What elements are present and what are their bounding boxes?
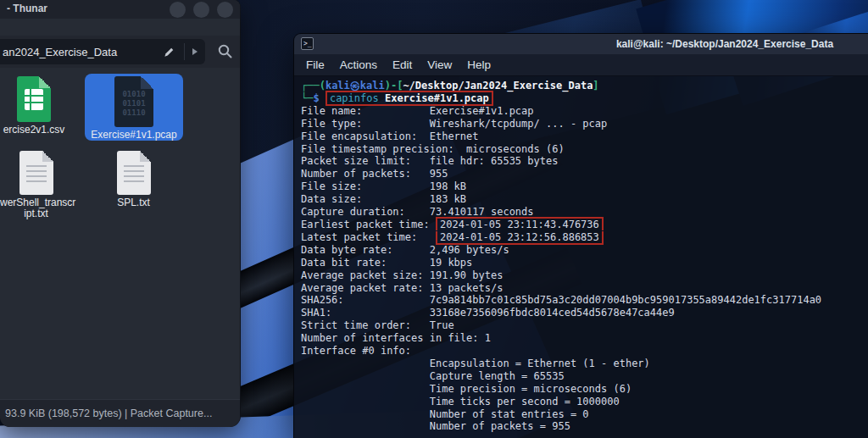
file-item-spl[interactable]: SPL.txt: [97, 151, 170, 208]
annotation-box: 2024-01-05 23:11:43.476736: [436, 217, 604, 230]
page-fold: [39, 76, 51, 88]
statusbar-text: 93.9 KiB (198,572 bytes) | Packet Captur…: [0, 408, 212, 419]
menu-item-file[interactable]: File: [298, 58, 332, 71]
terminal-line: File encapsulation: Ethernet: [301, 130, 868, 143]
terminal-line: Number of stat entries = 0: [301, 408, 868, 421]
file-list: ercise2v1.csv 01010 01101 01110 Exercise…: [0, 68, 240, 399]
pencil-icon: [163, 46, 175, 58]
terminal-output[interactable]: ┌──(kali㉿kali)-[~/Desktop/Jan2024_Exerci…: [294, 76, 868, 438]
close-button[interactable]: [217, 2, 233, 18]
terminal-line: Interface #0 info:: [301, 345, 868, 358]
thunar-pathbar: an2024_Exercise_Data: [0, 36, 240, 68]
menu-item-actions[interactable]: Actions: [332, 58, 385, 71]
terminal-line: SHA1: 33168e7356096fbdc8014ced54d5678e47…: [301, 307, 868, 319]
spreadsheet-grid: [25, 89, 43, 110]
pcap-file-icon: 01010 01101 01110: [114, 76, 153, 127]
terminal-line: Encapsulation = Ethernet (1 - ether): [301, 358, 868, 370]
terminal-line: Number of packets = 955: [301, 420, 868, 433]
maximize-button[interactable]: [193, 2, 209, 18]
terminal-line: Packet size limit: file hdr: 65535 bytes: [301, 155, 868, 168]
file-item-csv[interactable]: ercise2v1.csv: [0, 76, 68, 136]
search-icon: [217, 43, 233, 59]
minimize-button[interactable]: [170, 2, 186, 18]
terminal-line: Strict time order: True: [301, 319, 868, 332]
terminal-app-icon: >_: [301, 37, 314, 50]
statusbar: 93.9 KiB (198,572 bytes) | Packet Captur…: [0, 399, 240, 427]
thunar-window-title: - Thunar: [7, 3, 47, 14]
text-file-icon: [19, 151, 53, 195]
file-item-powershell-transcript[interactable]: werShell_transcr ipt.txt: [0, 151, 72, 219]
terminal-line: └─$ capinfos Exercise#1v1.pcap: [301, 92, 868, 105]
window-controls: [170, 2, 233, 18]
menu-item-view[interactable]: View: [420, 58, 459, 71]
annotation-box: capinfos Exercise#1v1.pcap: [326, 91, 493, 106]
location-field-buttons: [154, 39, 205, 64]
page-fold: [42, 151, 53, 162]
text-lines-glyph: [26, 165, 47, 184]
text-file-icon: [117, 151, 151, 195]
page-fold: [140, 151, 151, 162]
terminal-line: Latest packet time: 2024-01-05 23:12:56.…: [301, 231, 868, 244]
menu-item-help[interactable]: Help: [459, 58, 498, 71]
terminal-window-title: kali@kali: ~/Desktop/Jan2024_Exercise_Da…: [616, 38, 833, 50]
text-lines-glyph: [124, 165, 144, 184]
page-fold: [141, 76, 153, 89]
terminal-line: Data bit rate: 19 kbps: [301, 257, 868, 269]
file-label: SPL.txt: [97, 197, 170, 208]
terminal-line: Time precision = microseconds (6): [301, 383, 868, 396]
terminal-line: Number of interfaces in file: 1: [301, 332, 868, 345]
terminal-line: File size: 198 kB: [301, 180, 868, 193]
edit-path-button[interactable]: [154, 46, 184, 58]
terminal-line: Time ticks per second = 1000000: [301, 396, 868, 408]
thunar-window: - Thunar an2024_Exercise_Data: [0, 0, 240, 426]
terminal-menubar: FileActionsEditViewHelp: [294, 54, 868, 76]
annotation-box: 2024-01-05 23:12:56.886853: [436, 231, 604, 245]
path-expand-button[interactable]: [185, 47, 205, 56]
terminal-window: >_ kali@kali: ~/Desktop/Jan2024_Exercise…: [294, 34, 868, 438]
terminal-line: Average packet size: 191.90 bytes: [301, 269, 868, 282]
terminal-line: File name: Exercise#1v1.pcap: [301, 105, 868, 118]
binary-glyph: 01010 01101 01110: [114, 90, 153, 118]
file-label: Exercise#1v1.pcap: [85, 130, 183, 141]
chevron-right-icon: [192, 47, 198, 56]
terminal-line: Average packet rate: 13 packets/s: [301, 282, 868, 295]
terminal-line: File timestamp precision: microseconds (…: [301, 143, 868, 156]
file-label: ercise2v1.csv: [0, 125, 68, 136]
terminal-line: Number of packets: 955: [301, 168, 868, 180]
terminal-line: Capture length = 65535: [301, 370, 868, 383]
location-text: an2024_Exercise_Data: [0, 46, 154, 58]
terminal-line: Earliest packet time: 2024-01-05 23:11:4…: [301, 219, 868, 231]
search-button[interactable]: [217, 43, 233, 63]
terminal-line: SHA256: 7c9a814bb7c01c85bd75a3c20dd07004…: [301, 294, 868, 307]
thunar-titlebar[interactable]: - Thunar: [0, 0, 240, 19]
location-field[interactable]: an2024_Exercise_Data: [0, 39, 205, 64]
csv-file-icon: [17, 76, 51, 122]
terminal-titlebar[interactable]: >_ kali@kali: ~/Desktop/Jan2024_Exercise…: [294, 34, 868, 54]
terminal-line: File type: Wireshark/tcpdump/ ... - pcap: [301, 118, 868, 130]
file-item-pcap[interactable]: 01010 01101 01110 Exercise#1v1.pcap: [85, 74, 183, 141]
terminal-line: Data byte rate: 2,496 bytes/s: [301, 244, 868, 257]
file-label: werShell_transcr ipt.txt: [0, 197, 72, 219]
menu-item-edit[interactable]: Edit: [385, 58, 420, 71]
terminal-line: Data size: 183 kB: [301, 193, 868, 206]
